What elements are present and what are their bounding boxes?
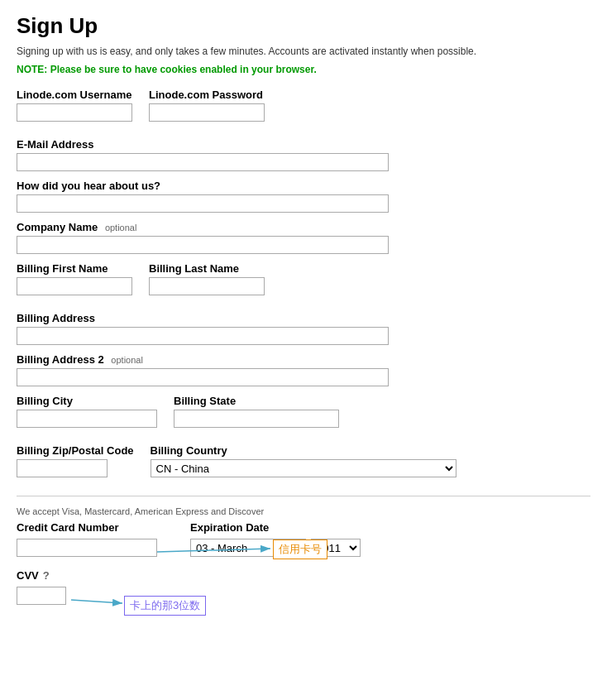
billing-last-input[interactable] [149, 277, 265, 295]
payment-section: Credit Card Number Expiration Date 01 - … [17, 521, 590, 629]
cvv-input[interactable] [17, 587, 66, 605]
billing-city-label: Billing City [17, 395, 157, 407]
company-input[interactable] [17, 236, 389, 254]
email-input[interactable] [17, 153, 389, 171]
accept-text: We accept Visa, Mastercard, American Exp… [17, 506, 590, 516]
username-input[interactable] [17, 103, 132, 122]
billing-zip-label: Billing Zip/Postal Code [17, 444, 134, 457]
billing-address2-input[interactable] [17, 368, 389, 386]
cvv-label: CVV [17, 569, 39, 582]
billing-last-label: Billing Last Name [149, 262, 265, 275]
billing-first-input[interactable] [17, 277, 132, 295]
billing-address-label: Billing Address [17, 312, 590, 324]
billing-address2-label: Billing Address 2 optional [17, 353, 590, 366]
cc-input[interactable] [17, 539, 157, 557]
billing-first-label: Billing First Name [17, 262, 132, 275]
billing-zip-input[interactable] [17, 459, 108, 477]
username-label: Linode.com Username [17, 89, 132, 101]
billing-address-input[interactable] [17, 327, 389, 345]
note-text: NOTE: Please be sure to have cookies ena… [17, 64, 590, 75]
password-label: Linode.com Password [149, 89, 265, 101]
subtitle-text: Signing up with us is easy, and only tak… [17, 46, 590, 57]
company-label: Company Name optional [17, 221, 590, 233]
hear-label: How did you hear about us? [17, 180, 590, 192]
annotation-cvv-box: 卡上的那3位数 [124, 596, 206, 616]
cc-label: Credit Card Number [17, 521, 157, 534]
expiration-label: Expiration Date [190, 521, 361, 534]
email-label: E-Mail Address [17, 138, 590, 151]
billing-state-label: Billing State [174, 395, 339, 407]
section-divider [17, 496, 590, 496]
billing-country-label: Billing Country [151, 444, 456, 457]
hear-input[interactable] [17, 194, 389, 213]
billing-state-input[interactable] [174, 410, 339, 428]
billing-address2-optional: optional [111, 355, 143, 365]
cvv-question[interactable]: ? [43, 569, 50, 582]
company-optional: optional [105, 223, 137, 233]
billing-country-select[interactable]: CN - China US - United States GB - Unite… [151, 459, 456, 477]
billing-city-input[interactable] [17, 410, 157, 428]
annotation-cc-box: 信用卡号 [273, 539, 327, 559]
svg-line-3 [71, 600, 122, 603]
password-input[interactable] [149, 103, 265, 122]
page-title: Sign Up [17, 13, 590, 39]
